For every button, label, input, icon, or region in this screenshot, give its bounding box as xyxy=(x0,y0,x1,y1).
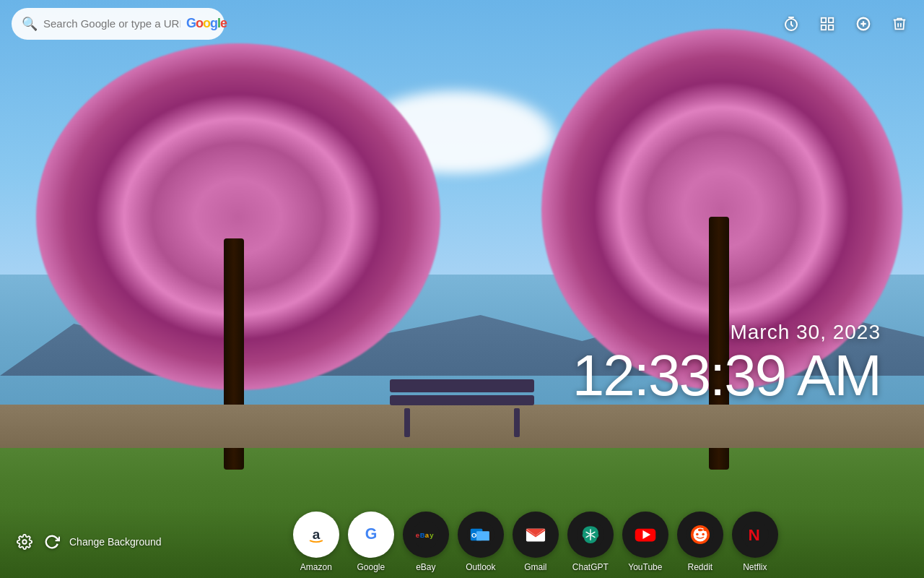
netflix-label: Netflix xyxy=(743,562,767,572)
svg-text:a: a xyxy=(425,531,430,539)
svg-text:B: B xyxy=(420,531,425,539)
chatgpt-label: ChatGPT xyxy=(572,562,609,572)
svg-rect-3 xyxy=(821,25,826,29)
svg-rect-1 xyxy=(821,17,826,22)
search-bar[interactable]: 🔍 Google xyxy=(12,8,225,40)
youtube-icon xyxy=(622,512,668,558)
shortcut-ebay[interactable]: e B a y eBay xyxy=(403,512,449,572)
gmail-label: Gmail xyxy=(524,562,546,572)
amazon-label: Amazon xyxy=(300,562,332,572)
outlook-label: Outlook xyxy=(466,562,495,572)
youtube-label: YouTube xyxy=(628,562,662,572)
amazon-icon: a xyxy=(293,512,339,558)
shortcut-youtube[interactable]: YouTube xyxy=(622,512,668,572)
refresh-icon[interactable] xyxy=(42,532,62,552)
google-logo: Google xyxy=(186,16,227,31)
shortcut-gmail[interactable]: Gmail xyxy=(513,512,559,572)
reddit-icon xyxy=(677,512,723,558)
svg-rect-20 xyxy=(476,531,489,540)
google-label: Google xyxy=(357,562,385,572)
svg-text:O: O xyxy=(471,531,476,539)
bench xyxy=(390,372,534,437)
grid-icon[interactable] xyxy=(814,11,840,37)
search-input[interactable] xyxy=(43,17,180,30)
bottom-bar: Change Background a Amazon G Googl xyxy=(0,506,924,578)
google-icon: G xyxy=(348,512,394,558)
search-icon: 🔍 xyxy=(22,16,38,32)
outlook-icon: O xyxy=(458,512,504,558)
add-tab-icon[interactable] xyxy=(850,11,876,37)
netflix-icon: N xyxy=(732,512,778,558)
bench-leg-left xyxy=(404,408,410,437)
svg-text:y: y xyxy=(430,531,434,539)
shortcut-chatgpt[interactable]: ChatGPT xyxy=(567,512,614,572)
change-background-label[interactable]: Change Background xyxy=(69,536,162,548)
date-display: March 30, 2023 xyxy=(572,321,881,344)
trash-icon[interactable] xyxy=(886,11,912,37)
svg-point-8 xyxy=(22,540,27,544)
shortcut-netflix[interactable]: N Netflix xyxy=(732,512,778,572)
ebay-icon: e B a y xyxy=(403,512,449,558)
svg-rect-4 xyxy=(829,25,833,29)
time-display: 12:33:39 AM xyxy=(572,347,881,405)
svg-text:G: G xyxy=(365,525,378,543)
svg-rect-34 xyxy=(698,529,702,532)
svg-point-31 xyxy=(696,533,699,536)
header: 🔍 Google xyxy=(0,0,924,47)
timer-icon[interactable] xyxy=(778,11,804,37)
chatgpt-icon xyxy=(567,512,614,558)
svg-text:e: e xyxy=(416,531,419,539)
svg-text:a: a xyxy=(313,527,321,542)
svg-text:N: N xyxy=(748,526,759,544)
bench-leg-right xyxy=(514,408,520,437)
shortcut-reddit[interactable]: Reddit xyxy=(677,512,723,572)
gmail-icon xyxy=(513,512,559,558)
reddit-label: Reddit xyxy=(687,562,712,572)
shortcut-amazon[interactable]: a Amazon xyxy=(293,512,339,572)
top-right-icons xyxy=(778,11,912,37)
ebay-label: eBay xyxy=(416,562,435,572)
bottom-left-controls: Change Background xyxy=(14,532,162,552)
shortcut-outlook[interactable]: O Outlook xyxy=(458,512,504,572)
shortcuts-bar: a Amazon G Google e B xyxy=(293,512,778,572)
shortcut-google[interactable]: G Google xyxy=(348,512,394,572)
svg-rect-2 xyxy=(829,17,833,22)
svg-point-32 xyxy=(702,533,705,536)
settings-icon[interactable] xyxy=(14,532,35,552)
datetime-display: March 30, 2023 12:33:39 AM xyxy=(572,321,881,405)
